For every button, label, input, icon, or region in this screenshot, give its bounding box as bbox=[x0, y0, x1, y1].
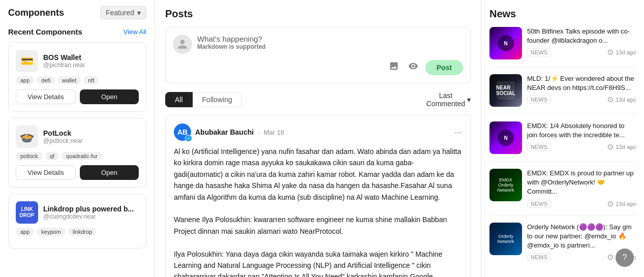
news-tag: NEWS bbox=[527, 48, 551, 56]
post-body: Al ko (Artificial Intelligence) yana nuf… bbox=[174, 146, 462, 277]
composer-top: What's happening? Markdown is supported bbox=[173, 35, 463, 54]
news-item[interactable]: OrderlyNetwork Orderly Network (🟣🟣🟣): Sa… bbox=[489, 223, 636, 269]
news-tag: NEWS bbox=[527, 253, 551, 261]
post-button[interactable]: Post bbox=[425, 60, 463, 75]
potlock-icon: 🍲 bbox=[16, 126, 38, 148]
news-item[interactable]: N 50th Bitfinex Talks episode with co-fo… bbox=[489, 27, 636, 67]
news-item[interactable]: EMDXOrderlyNetwork EMDX: EMDX is proud t… bbox=[489, 169, 636, 216]
news-tag: NEWS bbox=[527, 200, 551, 208]
posts-title: Posts bbox=[165, 8, 471, 20]
news-meta: NEWS 13d ago bbox=[527, 200, 636, 208]
preview-icon[interactable] bbox=[406, 59, 420, 76]
recent-header: Recent Components View All bbox=[8, 27, 146, 36]
verified-badge: ✓ bbox=[185, 135, 192, 142]
tag-qf: qf bbox=[45, 152, 59, 160]
news-meta: NEWS 13d ago bbox=[527, 143, 636, 151]
open-button[interactable]: Open bbox=[80, 89, 139, 104]
open-button[interactable]: Open bbox=[80, 165, 139, 180]
tag-keypom: keypom bbox=[37, 228, 66, 236]
time-label: 13d ago bbox=[616, 49, 636, 55]
time-label: 13d ago bbox=[616, 201, 636, 207]
view-details-button[interactable]: View Details bbox=[16, 165, 76, 180]
post-date-value: Mar 16 bbox=[264, 129, 284, 136]
news-title: News bbox=[489, 8, 636, 20]
card-handle: @potlock.near bbox=[43, 137, 83, 144]
tag-linkdrop: linkdrop bbox=[68, 228, 97, 236]
card-handle: @pichtran.near bbox=[43, 61, 85, 69]
more-options-button[interactable]: ··· bbox=[454, 127, 462, 138]
news-tag: NEWS bbox=[527, 96, 551, 104]
image-icon[interactable] bbox=[387, 59, 401, 76]
tag-defi: defi bbox=[37, 76, 55, 84]
filter-tabs: All Following bbox=[165, 92, 242, 107]
card-name: Linkdrop plus powered b... bbox=[43, 205, 134, 213]
tag-row: app keypom linkdrop bbox=[16, 228, 139, 236]
component-card-potlock: 🍲 PotLock @potlock.near potlock qf quadr… bbox=[8, 118, 146, 188]
card-buttons: View Details Open bbox=[16, 165, 139, 180]
card-info: Linkdrop plus powered b... @cuongdcdev.n… bbox=[43, 205, 134, 220]
main-content: Posts What's happening? Markdown is supp… bbox=[155, 0, 481, 277]
news-thumbnail-2: NEARSOCIAL bbox=[489, 74, 522, 107]
markdown-note: Markdown is supported bbox=[197, 43, 266, 50]
composer-actions: Post bbox=[173, 59, 463, 76]
linkdrop-icon: LINKDROP bbox=[16, 201, 38, 224]
tag-app: app bbox=[16, 228, 34, 236]
news-text: Orderly Network (🟣🟣🟣): Say gm to our new… bbox=[527, 223, 636, 251]
help-button[interactable]: ? bbox=[616, 249, 634, 267]
tag-quadratic: quadratic-fur bbox=[62, 152, 102, 160]
left-sidebar: Components Featured ▾ Recent Components … bbox=[0, 0, 155, 277]
sort-label: LastCommented bbox=[426, 91, 465, 108]
chevron-down-icon: ▾ bbox=[137, 9, 141, 17]
news-text: EMDX: EMDX is proud to partner up with @… bbox=[527, 169, 636, 197]
featured-dropdown[interactable]: Featured ▾ bbox=[100, 6, 146, 19]
post-author-row: AB ✓ Abubakar Bauchi · Mar 16 bbox=[174, 124, 284, 141]
view-details-button[interactable]: View Details bbox=[16, 89, 76, 104]
tab-all[interactable]: All bbox=[165, 92, 193, 107]
card-handle: @cuongdcdev.near bbox=[43, 213, 134, 220]
news-item[interactable]: NEARSOCIAL MLD: 1/⚡ Ever wondered about … bbox=[489, 74, 636, 114]
news-thumbnail-3: N bbox=[489, 121, 522, 154]
news-meta: NEWS 13d ago bbox=[527, 48, 636, 56]
markdown-suffix: is supported bbox=[229, 43, 266, 50]
card-info: BOS Wallet @pichtran.near bbox=[43, 53, 85, 69]
sidebar-title: Components bbox=[8, 8, 64, 18]
news-item[interactable]: N EMDX: 1/4 Absolutely honored to join f… bbox=[489, 121, 636, 162]
tag-row: potlock qf quadratic-fur bbox=[16, 152, 139, 160]
post-item: AB ✓ Abubakar Bauchi · Mar 16 ··· Al ko … bbox=[165, 115, 471, 277]
author-name: Abubakar Bauchi bbox=[195, 128, 254, 136]
news-meta: NEWS 13d ago bbox=[527, 96, 636, 104]
markdown-label: Markdown bbox=[197, 43, 227, 50]
near-logo: N bbox=[498, 35, 514, 51]
post-header: AB ✓ Abubakar Bauchi · Mar 16 ··· bbox=[174, 124, 462, 141]
view-all-link[interactable]: View All bbox=[124, 28, 146, 36]
card-info: PotLock @potlock.near bbox=[43, 129, 83, 144]
news-text: MLD: 1/⚡ Ever wondered about the NEAR de… bbox=[527, 74, 636, 93]
composer-text: What's happening? Markdown is supported bbox=[197, 35, 266, 50]
chevron-down-icon: ▾ bbox=[467, 96, 471, 104]
news-content-4: EMDX: EMDX is proud to partner up with @… bbox=[527, 169, 636, 208]
near-logo: N bbox=[498, 130, 514, 146]
post-composer: What's happening? Markdown is supported … bbox=[165, 27, 471, 83]
sort-button[interactable]: LastCommented ▾ bbox=[426, 91, 471, 108]
tag-app: app bbox=[16, 76, 34, 84]
news-thumbnail-1: N bbox=[489, 27, 522, 59]
news-text: 50th Bitfinex Talks episode with co-foun… bbox=[527, 27, 636, 45]
post-date: · bbox=[258, 129, 260, 136]
news-content-3: EMDX: 1/4 Absolutely honored to join for… bbox=[527, 121, 636, 154]
news-thumbnail-5: OrderlyNetwork bbox=[489, 223, 522, 255]
news-time: 13d ago bbox=[607, 144, 636, 150]
tag-wallet: wallet bbox=[57, 76, 81, 84]
news-time: 13d ago bbox=[607, 97, 636, 103]
tab-following[interactable]: Following bbox=[193, 92, 242, 107]
card-name: BOS Wallet bbox=[43, 53, 85, 61]
recent-components-title: Recent Components bbox=[8, 27, 82, 36]
news-thumbnail-4: EMDXOrderlyNetwork bbox=[489, 169, 522, 201]
author-avatar: AB ✓ bbox=[174, 124, 191, 141]
news-content-2: MLD: 1/⚡ Ever wondered about the NEAR de… bbox=[527, 74, 636, 107]
tag-nft: nft bbox=[83, 76, 99, 84]
card-buttons: View Details Open bbox=[16, 89, 139, 104]
card-name: PotLock bbox=[43, 129, 83, 137]
card-top: LINKDROP Linkdrop plus powered b... @cuo… bbox=[16, 201, 139, 224]
news-time: 13d ago bbox=[607, 49, 636, 55]
time-label: 13d ago bbox=[616, 97, 636, 103]
